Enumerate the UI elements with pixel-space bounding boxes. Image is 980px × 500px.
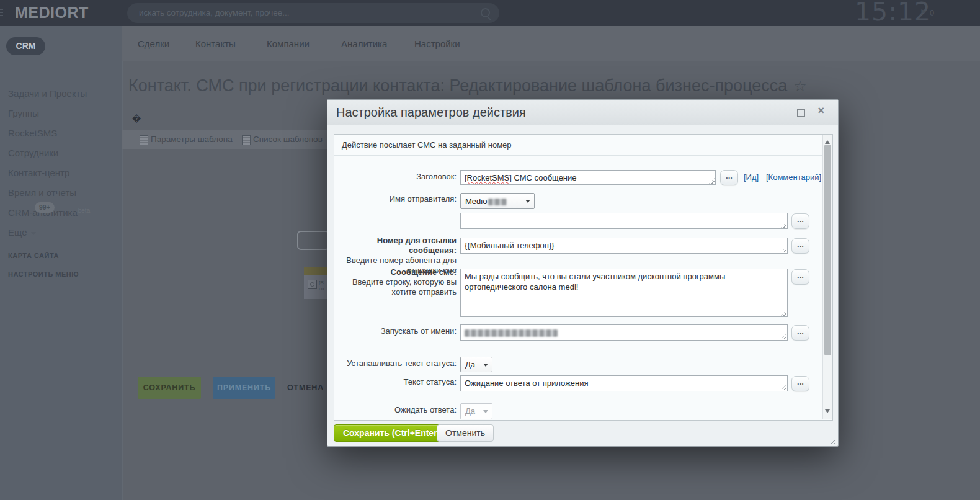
- dialog-save-button[interactable]: Сохранить (Ctrl+Enter): [334, 424, 449, 442]
- page-title: Контакт. СМС при регистрации контакта: Р…: [128, 76, 807, 96]
- nav-deals[interactable]: Сделки: [138, 38, 169, 49]
- field-label-set-status: Устанавливать текст статуса:: [334, 359, 457, 368]
- template-list-icon: [242, 135, 251, 145]
- id-link[interactable]: [Ид]: [744, 172, 759, 182]
- action-description: Действие посылает СМС на заданный номер: [334, 135, 829, 156]
- template-params-icon: [140, 135, 148, 145]
- field-label-wait-reply: Ожидать ответа:: [334, 405, 457, 415]
- sidebar-item-employees[interactable]: Сотрудники: [8, 148, 58, 158]
- status-text-input[interactable]: Ожидание ответа от приложения: [460, 375, 788, 391]
- set-status-select[interactable]: Да: [460, 357, 492, 372]
- beta-label: beta: [78, 207, 90, 214]
- sidebar-item-tasks[interactable]: Задачи и Проекты: [8, 89, 87, 99]
- sidebar-item-groups[interactable]: Группы: [8, 109, 39, 118]
- field-label-run-as: Запускать от имени:: [334, 326, 457, 336]
- more-count-badge: 99+: [35, 202, 55, 213]
- favorite-star-icon[interactable]: ☆: [793, 78, 807, 94]
- scroll-down-icon[interactable]: [825, 409, 830, 416]
- nav-analytics[interactable]: Аналитика: [341, 38, 387, 49]
- chevron-down-icon: [31, 232, 36, 238]
- flag-count: 0: [930, 8, 934, 17]
- header-input[interactable]: [RocketSMS] СМС сообщение: [460, 170, 716, 185]
- sender-extra-input[interactable]: [460, 213, 788, 229]
- status-text-more-button[interactable]: ...: [791, 376, 809, 391]
- search-icon: [481, 8, 490, 17]
- header-more-button[interactable]: ...: [720, 170, 738, 185]
- tab-template-params[interactable]: Параметры шаблона: [151, 130, 233, 149]
- dialog-title: Настройка параметров действия: [336, 100, 526, 125]
- sidebar-item-rocketsms[interactable]: RocketSMS: [8, 128, 57, 138]
- template-tabs-bar: Параметры шаблона Список шаблонов: [122, 130, 327, 149]
- flag-icon[interactable]: ⚑: [920, 8, 927, 17]
- message-textarea[interactable]: Мы рады сообщить, что вы стали участнико…: [460, 269, 788, 317]
- run-as-input[interactable]: [460, 324, 788, 341]
- field-label-status-text: Текст статуса:: [334, 377, 457, 387]
- resize-grip[interactable]: [829, 437, 835, 444]
- number-input[interactable]: {{Мобильный телефон}}: [460, 238, 788, 254]
- nav-companies[interactable]: Компании: [267, 38, 310, 49]
- dialog-title-bar[interactable]: Настройка параметров действия ×: [327, 100, 838, 125]
- wait-reply-select-disabled: Да: [460, 403, 492, 419]
- search-placeholder: искать сотрудника, документ, прочее...: [139, 8, 290, 17]
- message-more-button[interactable]: ...: [791, 269, 809, 285]
- action-settings-dialog: Настройка параметров действия × Действие…: [327, 99, 839, 447]
- redacted-text: [465, 329, 558, 337]
- workflow-action-card[interactable]: [R co: [304, 267, 327, 299]
- tab-template-list[interactable]: Список шаблонов: [253, 130, 323, 149]
- page-save-button[interactable]: СОХРАНИТЬ: [138, 377, 201, 399]
- maximize-icon[interactable]: [797, 109, 805, 117]
- page-apply-button[interactable]: ПРИМЕНИТЬ: [213, 377, 275, 399]
- field-label-sender: Имя отправителя:: [334, 194, 457, 204]
- screen: MEDIORT искать сотрудника, документ, про…: [0, 0, 980, 500]
- sidebar: CRM Задачи и Проекты Группы RocketSMS Со…: [0, 26, 123, 500]
- dialog-content-scroll-area: Действие посылает СМС на заданный номер …: [334, 134, 833, 421]
- number-more-button[interactable]: ...: [791, 238, 809, 254]
- scroll-up-icon[interactable]: [825, 138, 830, 144]
- search-input[interactable]: искать сотрудника, документ, прочее...: [127, 3, 499, 23]
- crm-nav-bar: Сделки Контакты Компании Аналитика Настр…: [122, 26, 980, 61]
- sidebar-item-more[interactable]: Ещё: [8, 228, 36, 238]
- workflow-card-header: [304, 267, 327, 275]
- nav-settings[interactable]: Настройки: [414, 38, 460, 49]
- unknown-glyph: �: [132, 114, 141, 124]
- sender-select[interactable]: Medio: [460, 193, 535, 209]
- page-cancel-button[interactable]: ОТМЕНА: [287, 377, 324, 399]
- scrollbar-thumb[interactable]: [824, 145, 831, 355]
- sidebar-item-time-reports[interactable]: Время и отчеты: [8, 188, 76, 198]
- app-logo[interactable]: MEDIORT: [15, 4, 89, 22]
- field-label-header: Заголовок:: [334, 172, 457, 182]
- dialog-cancel-button[interactable]: Отменить: [437, 424, 494, 442]
- sidebar-configure-menu-link[interactable]: НАСТРОИТЬ МЕНЮ: [8, 270, 79, 278]
- run-as-more-button[interactable]: ...: [791, 325, 809, 341]
- sidebar-item-crm[interactable]: CRM: [6, 37, 45, 55]
- comment-link[interactable]: [Комментарий]: [766, 172, 821, 182]
- sidebar-sitemap-link[interactable]: КАРТА САЙТА: [8, 252, 59, 259]
- field-label-message: Сообщение смс: Введите строку, которую в…: [334, 267, 457, 297]
- top-bar: MEDIORT искать сотрудника, документ, про…: [0, 0, 980, 26]
- workflow-node: [297, 231, 329, 250]
- nav-contacts[interactable]: Контакты: [195, 38, 236, 49]
- menu-icon[interactable]: [0, 9, 3, 17]
- spellcheck-word: [RocketSMS]: [465, 173, 512, 182]
- sms-action-icon: [308, 280, 317, 289]
- sender-more-button[interactable]: ...: [791, 213, 809, 229]
- close-icon[interactable]: ×: [817, 104, 824, 117]
- redacted-text: [488, 199, 507, 205]
- dialog-scrollbar[interactable]: [822, 135, 832, 419]
- sidebar-item-contact-center[interactable]: Контакт-центр: [8, 168, 69, 178]
